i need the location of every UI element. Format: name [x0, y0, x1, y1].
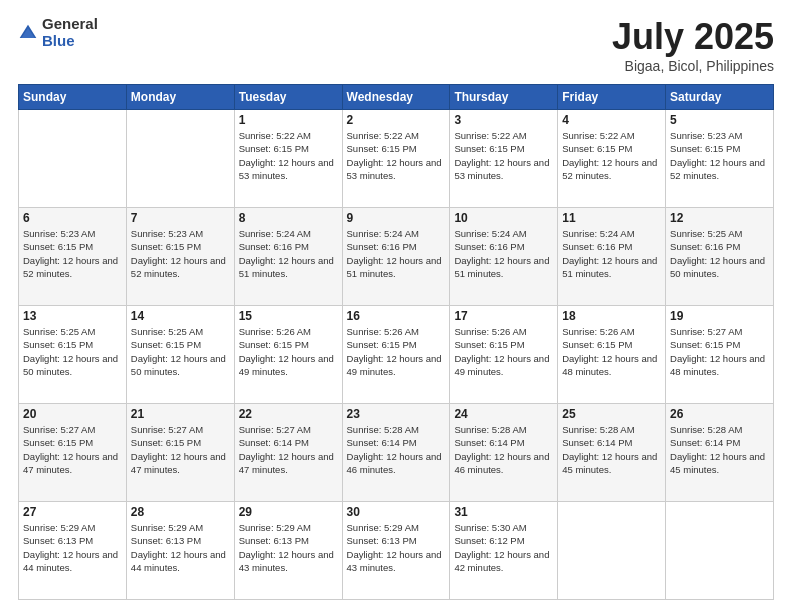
calendar-week-row: 1Sunrise: 5:22 AM Sunset: 6:15 PM Daylig… — [19, 110, 774, 208]
day-number: 9 — [347, 211, 446, 225]
day-number: 15 — [239, 309, 338, 323]
logo-blue-text: Blue — [42, 33, 98, 50]
calendar-header-row: Sunday Monday Tuesday Wednesday Thursday… — [19, 85, 774, 110]
day-info: Sunrise: 5:27 AM Sunset: 6:15 PM Dayligh… — [670, 325, 769, 378]
page: General Blue July 2025 Bigaa, Bicol, Phi… — [0, 0, 792, 612]
day-info: Sunrise: 5:29 AM Sunset: 6:13 PM Dayligh… — [347, 521, 446, 574]
day-number: 24 — [454, 407, 553, 421]
table-row — [558, 502, 666, 600]
day-info: Sunrise: 5:28 AM Sunset: 6:14 PM Dayligh… — [454, 423, 553, 476]
table-row: 27Sunrise: 5:29 AM Sunset: 6:13 PM Dayli… — [19, 502, 127, 600]
table-row — [126, 110, 234, 208]
day-info: Sunrise: 5:26 AM Sunset: 6:15 PM Dayligh… — [454, 325, 553, 378]
table-row: 25Sunrise: 5:28 AM Sunset: 6:14 PM Dayli… — [558, 404, 666, 502]
table-row: 28Sunrise: 5:29 AM Sunset: 6:13 PM Dayli… — [126, 502, 234, 600]
table-row: 8Sunrise: 5:24 AM Sunset: 6:16 PM Daylig… — [234, 208, 342, 306]
table-row: 30Sunrise: 5:29 AM Sunset: 6:13 PM Dayli… — [342, 502, 450, 600]
col-thursday: Thursday — [450, 85, 558, 110]
col-friday: Friday — [558, 85, 666, 110]
calendar-table: Sunday Monday Tuesday Wednesday Thursday… — [18, 84, 774, 600]
day-number: 18 — [562, 309, 661, 323]
table-row: 3Sunrise: 5:22 AM Sunset: 6:15 PM Daylig… — [450, 110, 558, 208]
day-number: 1 — [239, 113, 338, 127]
table-row — [19, 110, 127, 208]
table-row: 13Sunrise: 5:25 AM Sunset: 6:15 PM Dayli… — [19, 306, 127, 404]
day-number: 8 — [239, 211, 338, 225]
day-info: Sunrise: 5:29 AM Sunset: 6:13 PM Dayligh… — [23, 521, 122, 574]
day-info: Sunrise: 5:25 AM Sunset: 6:15 PM Dayligh… — [131, 325, 230, 378]
day-info: Sunrise: 5:22 AM Sunset: 6:15 PM Dayligh… — [454, 129, 553, 182]
day-info: Sunrise: 5:29 AM Sunset: 6:13 PM Dayligh… — [239, 521, 338, 574]
day-info: Sunrise: 5:24 AM Sunset: 6:16 PM Dayligh… — [454, 227, 553, 280]
table-row: 4Sunrise: 5:22 AM Sunset: 6:15 PM Daylig… — [558, 110, 666, 208]
day-number: 6 — [23, 211, 122, 225]
table-row: 11Sunrise: 5:24 AM Sunset: 6:16 PM Dayli… — [558, 208, 666, 306]
day-number: 28 — [131, 505, 230, 519]
day-info: Sunrise: 5:24 AM Sunset: 6:16 PM Dayligh… — [239, 227, 338, 280]
day-number: 3 — [454, 113, 553, 127]
day-info: Sunrise: 5:27 AM Sunset: 6:15 PM Dayligh… — [131, 423, 230, 476]
day-info: Sunrise: 5:22 AM Sunset: 6:15 PM Dayligh… — [239, 129, 338, 182]
calendar-week-row: 27Sunrise: 5:29 AM Sunset: 6:13 PM Dayli… — [19, 502, 774, 600]
day-info: Sunrise: 5:26 AM Sunset: 6:15 PM Dayligh… — [239, 325, 338, 378]
table-row: 15Sunrise: 5:26 AM Sunset: 6:15 PM Dayli… — [234, 306, 342, 404]
table-row: 10Sunrise: 5:24 AM Sunset: 6:16 PM Dayli… — [450, 208, 558, 306]
table-row: 20Sunrise: 5:27 AM Sunset: 6:15 PM Dayli… — [19, 404, 127, 502]
table-row: 19Sunrise: 5:27 AM Sunset: 6:15 PM Dayli… — [666, 306, 774, 404]
day-number: 7 — [131, 211, 230, 225]
table-row — [666, 502, 774, 600]
day-info: Sunrise: 5:25 AM Sunset: 6:15 PM Dayligh… — [23, 325, 122, 378]
day-info: Sunrise: 5:24 AM Sunset: 6:16 PM Dayligh… — [562, 227, 661, 280]
table-row: 1Sunrise: 5:22 AM Sunset: 6:15 PM Daylig… — [234, 110, 342, 208]
day-number: 27 — [23, 505, 122, 519]
table-row: 18Sunrise: 5:26 AM Sunset: 6:15 PM Dayli… — [558, 306, 666, 404]
col-monday: Monday — [126, 85, 234, 110]
day-number: 17 — [454, 309, 553, 323]
day-info: Sunrise: 5:27 AM Sunset: 6:14 PM Dayligh… — [239, 423, 338, 476]
day-number: 19 — [670, 309, 769, 323]
day-info: Sunrise: 5:28 AM Sunset: 6:14 PM Dayligh… — [670, 423, 769, 476]
day-number: 31 — [454, 505, 553, 519]
col-wednesday: Wednesday — [342, 85, 450, 110]
day-number: 13 — [23, 309, 122, 323]
calendar-week-row: 6Sunrise: 5:23 AM Sunset: 6:15 PM Daylig… — [19, 208, 774, 306]
day-number: 4 — [562, 113, 661, 127]
day-info: Sunrise: 5:28 AM Sunset: 6:14 PM Dayligh… — [347, 423, 446, 476]
table-row: 14Sunrise: 5:25 AM Sunset: 6:15 PM Dayli… — [126, 306, 234, 404]
day-info: Sunrise: 5:28 AM Sunset: 6:14 PM Dayligh… — [562, 423, 661, 476]
day-number: 23 — [347, 407, 446, 421]
title-block: July 2025 Bigaa, Bicol, Philippines — [612, 16, 774, 74]
col-saturday: Saturday — [666, 85, 774, 110]
table-row: 24Sunrise: 5:28 AM Sunset: 6:14 PM Dayli… — [450, 404, 558, 502]
logo-icon — [18, 23, 38, 43]
day-number: 5 — [670, 113, 769, 127]
day-number: 20 — [23, 407, 122, 421]
logo: General Blue — [18, 16, 98, 49]
day-info: Sunrise: 5:27 AM Sunset: 6:15 PM Dayligh… — [23, 423, 122, 476]
col-tuesday: Tuesday — [234, 85, 342, 110]
table-row: 9Sunrise: 5:24 AM Sunset: 6:16 PM Daylig… — [342, 208, 450, 306]
calendar-week-row: 13Sunrise: 5:25 AM Sunset: 6:15 PM Dayli… — [19, 306, 774, 404]
day-number: 12 — [670, 211, 769, 225]
day-info: Sunrise: 5:29 AM Sunset: 6:13 PM Dayligh… — [131, 521, 230, 574]
day-info: Sunrise: 5:25 AM Sunset: 6:16 PM Dayligh… — [670, 227, 769, 280]
day-info: Sunrise: 5:26 AM Sunset: 6:15 PM Dayligh… — [347, 325, 446, 378]
table-row: 29Sunrise: 5:29 AM Sunset: 6:13 PM Dayli… — [234, 502, 342, 600]
day-number: 25 — [562, 407, 661, 421]
col-sunday: Sunday — [19, 85, 127, 110]
table-row: 5Sunrise: 5:23 AM Sunset: 6:15 PM Daylig… — [666, 110, 774, 208]
header: General Blue July 2025 Bigaa, Bicol, Phi… — [18, 16, 774, 74]
day-info: Sunrise: 5:23 AM Sunset: 6:15 PM Dayligh… — [131, 227, 230, 280]
day-info: Sunrise: 5:22 AM Sunset: 6:15 PM Dayligh… — [347, 129, 446, 182]
day-number: 30 — [347, 505, 446, 519]
calendar-week-row: 20Sunrise: 5:27 AM Sunset: 6:15 PM Dayli… — [19, 404, 774, 502]
table-row: 23Sunrise: 5:28 AM Sunset: 6:14 PM Dayli… — [342, 404, 450, 502]
table-row: 17Sunrise: 5:26 AM Sunset: 6:15 PM Dayli… — [450, 306, 558, 404]
day-number: 26 — [670, 407, 769, 421]
day-info: Sunrise: 5:30 AM Sunset: 6:12 PM Dayligh… — [454, 521, 553, 574]
day-info: Sunrise: 5:22 AM Sunset: 6:15 PM Dayligh… — [562, 129, 661, 182]
table-row: 26Sunrise: 5:28 AM Sunset: 6:14 PM Dayli… — [666, 404, 774, 502]
day-number: 16 — [347, 309, 446, 323]
day-number: 21 — [131, 407, 230, 421]
day-number: 22 — [239, 407, 338, 421]
